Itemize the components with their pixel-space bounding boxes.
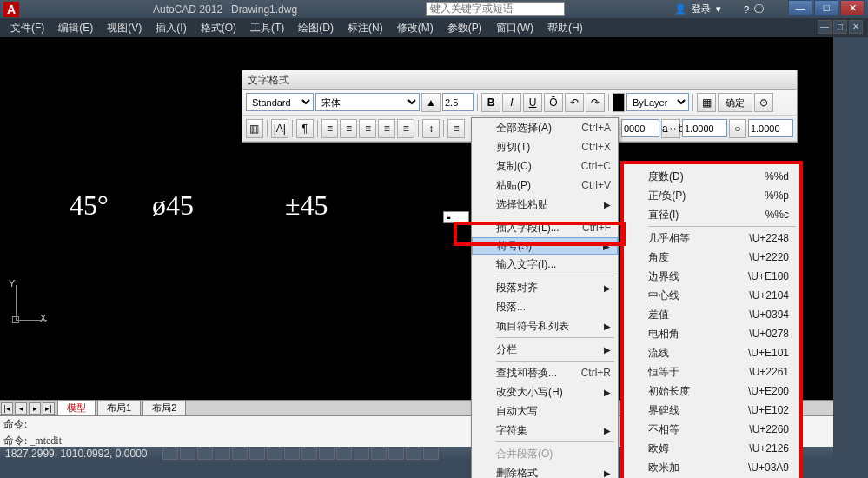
tab-layout1[interactable]: 布局1 bbox=[97, 400, 141, 416]
menu-item[interactable]: 帮助(H) bbox=[540, 18, 590, 38]
context-menu-item[interactable]: 全部选择(A)Ctrl+A bbox=[472, 118, 618, 137]
context-menu-item[interactable]: 段落... bbox=[472, 297, 618, 316]
context-menu-item[interactable]: 符号(S)▶ bbox=[472, 237, 618, 255]
symbol-menu-item[interactable]: 中心线\U+2104 bbox=[624, 286, 799, 305]
context-menu-item[interactable]: 剪切(T)Ctrl+X bbox=[472, 137, 618, 156]
align-center-button[interactable]: ≡ bbox=[340, 119, 357, 138]
symbol-menu-item[interactable]: 正/负(P)%%p bbox=[624, 186, 799, 205]
align-distribute-button[interactable]: ≡ bbox=[397, 119, 414, 138]
overline-button[interactable]: Ō bbox=[544, 93, 563, 112]
menu-item[interactable]: 修改(M) bbox=[390, 18, 441, 38]
context-menu-item[interactable]: 选择性粘贴▶ bbox=[472, 195, 618, 214]
status-toggle[interactable] bbox=[319, 448, 335, 460]
context-menu-item[interactable]: 插入字段(L)...Ctrl+F bbox=[472, 218, 618, 237]
doc-close-button[interactable]: ✕ bbox=[849, 20, 863, 34]
width-factor-input[interactable] bbox=[748, 119, 793, 137]
symbol-menu-item[interactable]: 边界线\U+E100 bbox=[624, 267, 799, 286]
tab-next-button[interactable]: ▸ bbox=[29, 402, 41, 415]
symbol-menu-item[interactable]: 恒等于\U+2261 bbox=[624, 362, 799, 382]
status-toggle[interactable] bbox=[249, 448, 265, 460]
layer-select[interactable]: ByLayer bbox=[626, 93, 689, 111]
text-height-input[interactable] bbox=[442, 93, 474, 111]
symbol-menu-item[interactable]: 几乎相等\U+2248 bbox=[624, 229, 799, 248]
status-toggle[interactable] bbox=[215, 448, 230, 460]
context-menu-item[interactable]: 输入文字(I)... bbox=[472, 255, 618, 274]
context-menu-item[interactable]: 改变大小写(H)▶ bbox=[472, 382, 618, 402]
info-icon[interactable]: ⓘ bbox=[754, 3, 764, 16]
context-menu-item[interactable]: 自动大写 bbox=[472, 402, 618, 421]
align-left-button[interactable]: ≡ bbox=[321, 119, 339, 138]
status-toggle[interactable] bbox=[197, 448, 213, 460]
status-toggle[interactable] bbox=[423, 448, 439, 460]
paragraph-button[interactable]: ¶ bbox=[296, 119, 314, 138]
status-toggle[interactable] bbox=[336, 448, 352, 460]
app-logo[interactable]: A bbox=[3, 2, 19, 17]
status-toggle[interactable] bbox=[162, 448, 178, 460]
doc-minimize-button[interactable]: — bbox=[818, 20, 832, 34]
help-icon[interactable]: ? bbox=[744, 4, 749, 15]
context-menu-item[interactable]: 粘贴(P)Ctrl+V bbox=[472, 176, 618, 195]
context-menu-item[interactable]: 段落对齐▶ bbox=[472, 278, 618, 297]
status-toggle[interactable] bbox=[301, 448, 317, 460]
align-justify-button[interactable]: ≡ bbox=[378, 119, 395, 138]
status-toggle[interactable] bbox=[267, 448, 282, 460]
context-menu-item[interactable]: 分栏▶ bbox=[472, 340, 618, 359]
tab-last-button[interactable]: ▸| bbox=[43, 402, 55, 415]
numbering-button[interactable]: ≡ bbox=[447, 119, 465, 138]
annotative-icon[interactable]: ▲ bbox=[421, 93, 441, 112]
symbol-menu-item[interactable]: 欧米加\U+03A9 bbox=[624, 458, 799, 477]
undo-button[interactable]: ↶ bbox=[565, 93, 584, 112]
oblique-input[interactable] bbox=[621, 119, 659, 137]
menu-item[interactable]: 插入(I) bbox=[149, 18, 193, 38]
symbol-menu-item[interactable]: 界碑线\U+E102 bbox=[624, 401, 799, 420]
tab-layout2[interactable]: 布局2 bbox=[142, 400, 186, 416]
symbol-menu-item[interactable]: 度数(D)%%d bbox=[624, 167, 799, 186]
close-button[interactable]: ✕ bbox=[840, 0, 865, 16]
menu-item[interactable]: 视图(V) bbox=[100, 18, 149, 38]
menu-item[interactable]: 编辑(E) bbox=[51, 18, 100, 38]
context-menu-item[interactable]: 字符集▶ bbox=[472, 421, 618, 440]
context-menu-item[interactable]: 删除格式▶ bbox=[472, 463, 618, 478]
status-toggle[interactable] bbox=[406, 448, 421, 460]
ok-button[interactable]: 确定 bbox=[718, 93, 752, 112]
status-toggle[interactable] bbox=[232, 448, 248, 460]
doc-maximize-button[interactable]: □ bbox=[833, 20, 847, 34]
status-toggle[interactable] bbox=[284, 448, 300, 460]
underline-button[interactable]: U bbox=[523, 93, 542, 112]
tab-first-button[interactable]: |◂ bbox=[1, 402, 13, 415]
minimize-button[interactable]: — bbox=[788, 0, 812, 16]
menu-item[interactable]: 参数(P) bbox=[441, 18, 489, 38]
status-toggle[interactable] bbox=[388, 448, 404, 460]
status-toggle[interactable] bbox=[371, 448, 387, 460]
symbol-menu-item[interactable]: 流线\U+E101 bbox=[624, 343, 799, 362]
redo-button[interactable]: ↷ bbox=[586, 93, 605, 112]
login-area[interactable]: 👤 登录 ▾ ? ⓘ bbox=[674, 3, 764, 16]
symbol-menu-item[interactable]: 电相角\U+0278 bbox=[624, 324, 799, 343]
italic-button[interactable]: I bbox=[502, 93, 521, 112]
ruler-button[interactable]: ▦ bbox=[697, 93, 716, 112]
mtext-justify-button[interactable]: |A| bbox=[271, 119, 288, 138]
options-button[interactable]: ⊙ bbox=[754, 93, 773, 112]
maximize-button[interactable]: □ bbox=[814, 0, 838, 16]
context-menu-item[interactable]: 复制(C)Ctrl+C bbox=[472, 156, 618, 176]
style-select[interactable]: Standard bbox=[246, 93, 314, 111]
menu-item[interactable]: 文件(F) bbox=[3, 18, 51, 38]
bold-button[interactable]: B bbox=[481, 93, 500, 112]
context-menu-item[interactable]: 合并段落(O) bbox=[472, 444, 618, 463]
symbol-menu-item[interactable]: 欧姆\U+2126 bbox=[624, 439, 799, 458]
status-toggle[interactable] bbox=[180, 448, 195, 460]
symbol-menu-item[interactable]: 初始长度\U+E200 bbox=[624, 382, 799, 401]
context-menu-item[interactable]: 项目符号和列表▶ bbox=[472, 316, 618, 335]
status-toggle[interactable] bbox=[354, 448, 369, 460]
symbol-menu-item[interactable]: 差值\U+0394 bbox=[624, 305, 799, 324]
menu-item[interactable]: 绘图(D) bbox=[291, 18, 341, 38]
search-input[interactable] bbox=[426, 2, 565, 16]
menu-item[interactable]: 窗口(W) bbox=[489, 18, 540, 38]
tab-model[interactable]: 模型 bbox=[57, 400, 96, 416]
menu-item[interactable]: 标注(N) bbox=[341, 18, 390, 38]
align-right-button[interactable]: ≡ bbox=[359, 119, 376, 138]
line-spacing-button[interactable]: ↕ bbox=[422, 119, 440, 138]
menu-item[interactable]: 工具(T) bbox=[243, 18, 291, 38]
font-select[interactable]: 宋体 bbox=[315, 93, 420, 111]
menu-item[interactable]: 格式(O) bbox=[194, 18, 243, 38]
